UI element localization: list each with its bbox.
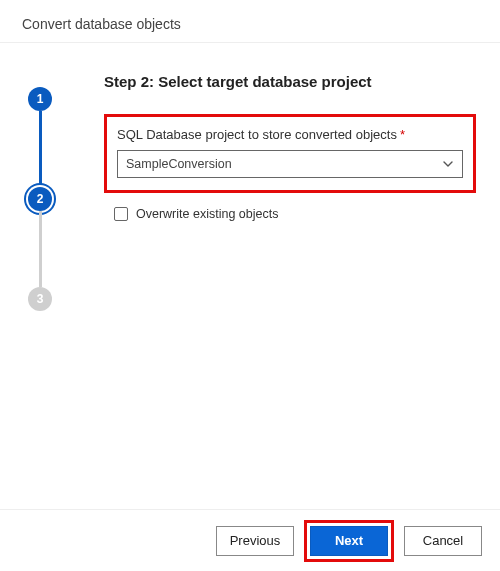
dialog-body: 1 2 3 Step 2: Select target database pro… — [0, 43, 500, 504]
wizard-stepper: 1 2 3 — [0, 43, 80, 504]
dialog-title: Convert database objects — [0, 0, 500, 43]
overwrite-checkbox-row: Overwrite existing objects — [114, 207, 476, 221]
step-1-node: 1 — [28, 87, 52, 111]
target-project-label-text: SQL Database project to store converted … — [117, 127, 397, 142]
step-connector-2-3 — [39, 211, 42, 287]
required-asterisk: * — [400, 127, 405, 142]
target-project-select[interactable]: SampleConversion — [117, 150, 463, 178]
target-project-select-value: SampleConversion — [126, 157, 232, 171]
overwrite-checkbox[interactable] — [114, 207, 128, 221]
step-2-node: 2 — [28, 187, 52, 211]
target-project-field-highlight: SQL Database project to store converted … — [104, 114, 476, 193]
cancel-button[interactable]: Cancel — [404, 526, 482, 556]
chevron-down-icon — [442, 158, 454, 170]
next-button[interactable]: Next — [310, 526, 388, 556]
step-3-node: 3 — [28, 287, 52, 311]
previous-button[interactable]: Previous — [216, 526, 294, 556]
target-project-label: SQL Database project to store converted … — [117, 127, 463, 142]
next-button-highlight: Next — [304, 520, 394, 562]
step-heading: Step 2: Select target database project — [104, 73, 476, 90]
step-connector-1-2 — [39, 111, 42, 187]
step-content: Step 2: Select target database project S… — [80, 43, 500, 504]
overwrite-checkbox-label: Overwrite existing objects — [136, 207, 278, 221]
dialog-footer: Previous Next Cancel — [0, 509, 500, 571]
